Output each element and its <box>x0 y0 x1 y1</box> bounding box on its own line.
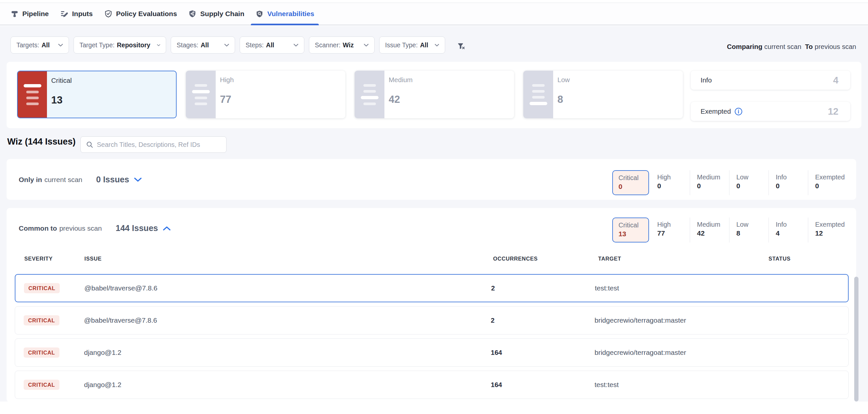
vertical-scrollbar[interactable] <box>854 277 859 402</box>
comparing-prefix: Comparing <box>727 43 762 50</box>
column-header-severity: SEVERITY <box>24 256 53 262</box>
filter-steps[interactable]: Steps: All <box>240 36 304 54</box>
scanner-heading: Wiz (144 Issues) <box>7 136 75 147</box>
vulnerabilities-page: Pipeline Inputs Policy Evaluations <box>0 0 868 414</box>
chevron-up-icon[interactable] <box>163 226 171 231</box>
only-in-chip-exempted-label: Exempted <box>815 174 852 181</box>
common-chip-high[interactable]: High 77 <box>657 217 690 242</box>
only-in-chip-high[interactable]: High 0 <box>657 170 690 195</box>
severity-card-high-count: 77 <box>220 94 234 105</box>
common-chip-critical-value: 13 <box>619 230 648 238</box>
filter-target-type[interactable]: Target Type: Repository <box>73 36 166 54</box>
only-in-chips: High 0 Medium 0 Low 0 Info 0 Exempted <box>657 170 852 195</box>
column-header-target: TARGET <box>598 256 621 262</box>
only-in-chip-critical[interactable]: Critical 0 <box>612 170 649 195</box>
only-in-chip-info[interactable]: Info 0 <box>769 170 808 195</box>
only-in-title-rest: current scan <box>44 176 83 184</box>
severity-card-low[interactable]: Low 8 <box>523 71 683 118</box>
common-chip-high-label: High <box>657 221 690 228</box>
common-chips: High 77 Medium 42 Low 8 Info 4 Exempted <box>657 217 852 242</box>
common-to-previous-scan-section: Common to previous scan 144 Issues Criti… <box>6 208 856 402</box>
occurrences-count: 2 <box>491 317 494 324</box>
tab-vulnerabilities-label: Vulnerabilities <box>267 10 314 18</box>
target-name: test:test <box>595 284 619 292</box>
chevron-down-icon[interactable] <box>134 177 142 182</box>
info-icon[interactable] <box>734 108 743 116</box>
issue-name: @babel/traverse@7.8.6 <box>84 317 157 324</box>
common-chip-low[interactable]: Low 8 <box>729 217 769 242</box>
only-in-chip-low[interactable]: Low 0 <box>729 170 769 195</box>
filter-scanner[interactable]: Scanner: Wiz <box>309 36 375 54</box>
severity-card-low-text: Low 8 <box>553 71 570 118</box>
chevron-down-icon <box>364 44 369 47</box>
comparing-current: current scan <box>764 43 801 50</box>
tab-policy-evaluations[interactable]: Policy Evaluations <box>98 3 183 25</box>
exempted-card-count: 12 <box>828 106 838 117</box>
tab-supply-chain-label: Supply Chain <box>200 10 244 18</box>
common-chip-exempted[interactable]: Exempted 12 <box>808 217 852 242</box>
tab-vulnerabilities[interactable]: Vulnerabilities <box>250 3 320 25</box>
severity-card-high-label: High <box>220 76 234 84</box>
filter-targets-label: Targets: <box>17 41 39 49</box>
filter-stages-value: All <box>200 41 209 49</box>
severity-card-low-label: Low <box>557 76 570 84</box>
severity-card-critical-label: Critical <box>51 76 72 84</box>
column-header-issue: ISSUE <box>84 256 102 262</box>
filter-issue-type[interactable]: Issue Type: All <box>379 36 445 54</box>
only-in-issues-count: 0 Issues <box>96 175 129 184</box>
severity-badge: CRITICAL <box>24 283 60 293</box>
tab-inputs[interactable]: Inputs <box>55 3 98 25</box>
policy-evaluations-icon <box>104 9 113 18</box>
table-row[interactable]: CRITICAL django@1.2 164 test:test <box>15 371 849 399</box>
tab-supply-chain[interactable]: Supply Chain <box>183 3 250 25</box>
issue-name: @babel/traverse@7.8.6 <box>84 284 157 292</box>
occurrences-count: 164 <box>491 349 502 356</box>
info-card-count: 4 <box>833 75 838 86</box>
severity-card-critical-text: Critical 13 <box>47 71 72 118</box>
issue-rows: CRITICAL @babel/traverse@7.8.6 2 test:te… <box>15 274 849 399</box>
severity-gauge-medium-icon <box>354 71 384 118</box>
table-row[interactable]: CRITICAL @babel/traverse@7.8.6 2 bridgec… <box>15 306 849 334</box>
common-chip-medium[interactable]: Medium 42 <box>690 217 729 242</box>
chevron-down-icon <box>157 44 160 47</box>
common-chip-high-value: 77 <box>657 229 690 237</box>
only-in-chip-exempted[interactable]: Exempted 0 <box>808 170 852 195</box>
common-title: Common to previous scan 144 Issues <box>19 224 171 233</box>
severity-card-medium[interactable]: Medium 42 <box>354 71 514 118</box>
severity-summary-panel: Critical 13 High 77 <box>6 62 862 128</box>
exempted-card-label: Exempted <box>701 108 731 115</box>
severity-badge: CRITICAL <box>24 348 59 358</box>
filter-targets-value: All <box>41 41 50 49</box>
chevron-down-icon <box>224 44 229 47</box>
only-in-chip-high-label: High <box>657 174 690 181</box>
filter-steps-value: All <box>266 41 274 49</box>
clear-filters-button[interactable] <box>456 41 466 51</box>
issue-name: django@1.2 <box>84 349 121 356</box>
chevron-down-icon <box>435 44 439 47</box>
severity-badge: CRITICAL <box>24 380 59 390</box>
only-in-chip-low-value: 0 <box>736 182 769 190</box>
severity-card-critical[interactable]: Critical 13 <box>17 71 177 118</box>
filter-issue-type-label: Issue Type: <box>385 41 417 49</box>
only-in-chip-medium-label: Medium <box>697 174 729 181</box>
only-in-chip-medium[interactable]: Medium 0 <box>690 170 729 195</box>
tab-pipeline[interactable]: Pipeline <box>5 3 55 25</box>
only-in-chip-critical-value: 0 <box>619 183 648 190</box>
target-name: bridgecrewio/terragoat:master <box>594 317 686 324</box>
filter-targets[interactable]: Targets: All <box>10 36 69 54</box>
common-chip-critical[interactable]: Critical 13 <box>612 217 649 242</box>
severity-card-high[interactable]: High 77 <box>186 71 345 118</box>
common-chip-info[interactable]: Info 4 <box>769 217 808 242</box>
filter-stages[interactable]: Stages: All <box>171 36 235 54</box>
search-box <box>81 136 226 153</box>
exempted-card[interactable]: Exempted 12 <box>691 102 850 121</box>
occurrences-count: 164 <box>491 381 502 389</box>
table-row[interactable]: CRITICAL django@1.2 164 bridgecrewio/ter… <box>15 338 849 367</box>
search-input[interactable] <box>97 141 222 149</box>
common-title-bold: Common to <box>19 225 57 232</box>
info-card[interactable]: Info 4 <box>691 71 850 90</box>
table-row[interactable]: CRITICAL @babel/traverse@7.8.6 2 test:te… <box>15 274 849 302</box>
common-chip-info-label: Info <box>776 221 808 228</box>
only-in-chip-info-value: 0 <box>776 182 808 190</box>
target-name: test:test <box>594 381 619 389</box>
